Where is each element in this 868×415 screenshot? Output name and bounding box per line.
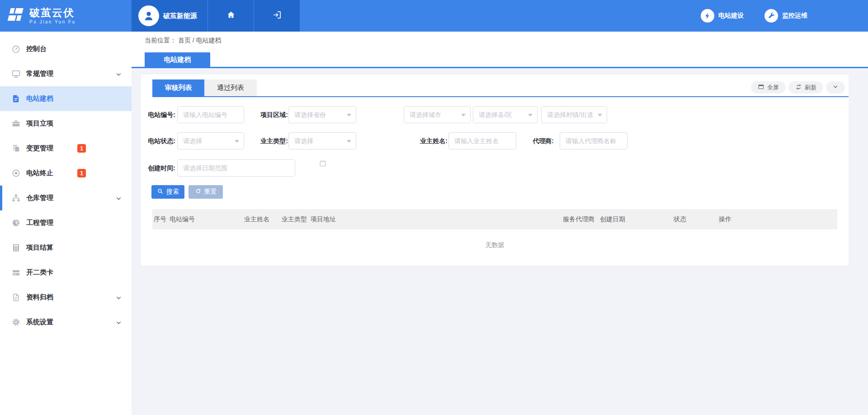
wrench-icon: [764, 9, 778, 23]
sidebar-item-engineering-mgmt[interactable]: 工程管理: [0, 210, 132, 235]
fullscreen-icon: [758, 84, 764, 92]
col-create-date: 创建日期: [600, 209, 625, 229]
gear-icon: [11, 317, 21, 327]
table-empty-state: 无数据: [152, 229, 837, 261]
card-toolbar: 全屏 刷新: [751, 81, 845, 93]
station-status-label: 电站状态:: [141, 132, 175, 149]
province-select[interactable]: 请选择省份: [288, 106, 356, 123]
logout-button[interactable]: [254, 0, 300, 32]
county-select[interactable]: 请选择县/区: [473, 106, 538, 123]
logo: 破茧云伏 Po Jian Yun Fu: [0, 0, 132, 32]
col-actions: 操作: [719, 209, 731, 229]
refresh-icon: [795, 84, 802, 92]
sidebar-item-general-mgmt[interactable]: 常规管理: [0, 61, 132, 86]
login-arrow-icon: [272, 10, 282, 22]
caret-down-icon: [347, 114, 351, 117]
sidebar-item-project-initiation[interactable]: 项目立项: [0, 111, 132, 136]
search-button[interactable]: 搜索: [151, 185, 184, 199]
create-time-label: 创建时间:: [141, 159, 175, 177]
caret-down-icon: [235, 140, 239, 143]
chevron-down-icon: [115, 319, 122, 328]
col-status: 状态: [674, 209, 686, 229]
sidebar: 控制台 常规管理 电站建档 项目立项: [0, 32, 132, 415]
card-icon: [11, 268, 21, 277]
document-icon: [11, 94, 21, 103]
sidebar-item-change-mgmt[interactable]: 变更管理 1: [0, 136, 132, 161]
topbar: 当前位置： 首页 / 电站建档 电站建档: [132, 32, 868, 68]
city-select[interactable]: 请选择城市: [404, 106, 471, 123]
refresh-button[interactable]: 刷新: [788, 81, 823, 93]
sidebar-item-system-settings[interactable]: 系统设置: [0, 310, 132, 335]
breadcrumb-prefix: 当前位置：: [145, 37, 176, 44]
sidebar-item-open-class2-card[interactable]: 开二类卡: [0, 260, 132, 285]
chevron-down-icon: [115, 71, 122, 79]
col-station-no: 电站编号: [170, 209, 195, 229]
sidebar-item-station-termination[interactable]: 电站终止 1: [0, 161, 132, 186]
fullscreen-button[interactable]: 全屏: [751, 81, 786, 93]
search-icon: [157, 188, 164, 196]
caret-down-icon: [598, 114, 602, 117]
agent-input[interactable]: [560, 132, 627, 149]
briefcase-icon: [11, 119, 21, 128]
town-select[interactable]: 请选择村镇/街道: [541, 106, 607, 123]
nav-monitoring-ops[interactable]: 监控运维: [764, 9, 807, 23]
caret-down-icon: [347, 140, 351, 143]
sitemap-icon: [11, 193, 21, 203]
col-agent: 服务代理商: [563, 209, 594, 229]
pie-gauge-icon: [11, 218, 21, 228]
col-owner-type: 业主类型: [282, 209, 307, 229]
page-tab-station-archive[interactable]: 电站建档: [145, 52, 210, 67]
gauge-icon: [11, 44, 21, 54]
app-root: 破茧云伏 Po Jian Yun Fu 破茧新能源: [0, 0, 868, 415]
record-icon: [11, 168, 21, 178]
owner-name-label: 业主姓名:: [411, 132, 448, 149]
badge-count: 1: [77, 169, 86, 177]
avatar: [138, 5, 159, 26]
col-owner-name: 业主姓名: [244, 209, 269, 229]
caret-down-icon: [528, 114, 533, 117]
sidebar-item-dashboard[interactable]: 控制台: [0, 37, 132, 61]
tab-review-list[interactable]: 审核列表: [152, 79, 204, 96]
sidebar-item-warehouse-mgmt[interactable]: 仓库管理: [0, 186, 132, 210]
reset-icon: [195, 188, 202, 196]
collapse-button[interactable]: [826, 81, 845, 93]
monitor-icon: [11, 69, 21, 79]
calculator-icon: [11, 243, 21, 252]
chevron-down-icon: [115, 294, 122, 303]
reset-button[interactable]: 重置: [189, 185, 223, 199]
sidebar-item-project-settlement[interactable]: 项目结算: [0, 235, 132, 260]
date-range-input[interactable]: [177, 159, 295, 177]
owner-type-select[interactable]: 请选择: [288, 132, 356, 149]
col-address: 项目地址: [311, 209, 336, 229]
pages-icon: [11, 144, 21, 153]
logo-mark-icon: [6, 6, 26, 26]
sidebar-item-data-archive[interactable]: 资料归档: [0, 285, 132, 310]
station-no-label: 电站编号:: [141, 106, 175, 123]
home-button[interactable]: [208, 0, 254, 32]
home-icon: [226, 10, 236, 22]
user-menu[interactable]: 破茧新能源: [132, 0, 208, 32]
breadcrumb-path[interactable]: 首页 / 电站建档: [178, 37, 222, 44]
agent-label: 代理商:: [527, 132, 554, 149]
main-area: 当前位置： 首页 / 电站建档 电站建档 审核列表 通过列表 全屏: [132, 32, 868, 415]
logo-subtitle: Po Jian Yun Fu: [29, 19, 76, 24]
file-icon: [11, 293, 21, 302]
sidebar-item-station-archive[interactable]: 电站建档: [0, 86, 132, 111]
content-card: 审核列表 通过列表 全屏 刷新: [141, 75, 849, 266]
station-status-select[interactable]: 请选择: [177, 132, 244, 149]
region-label: 项目区域:: [252, 106, 288, 123]
owner-name-input[interactable]: [448, 132, 516, 149]
tab-passed-list[interactable]: 通过列表: [204, 79, 257, 96]
company-name: 破茧新能源: [163, 12, 197, 20]
nav-station-construction[interactable]: 电站建设: [701, 9, 744, 23]
top-header: 破茧云伏 Po Jian Yun Fu 破茧新能源: [0, 0, 868, 32]
chevron-down-icon: [832, 84, 839, 91]
station-no-input[interactable]: [177, 106, 244, 123]
tab-underline: [152, 96, 849, 97]
owner-type-label: 业主类型:: [252, 132, 288, 149]
lightning-icon: [701, 9, 714, 23]
table-header: 序号 电站编号 业主姓名 业主类型 项目地址 服务代理商 创建日期 状态 操作: [152, 209, 837, 229]
badge-count: 1: [77, 144, 86, 153]
header-right-nav: 电站建设 监控运维: [701, 0, 807, 32]
logo-title: 破茧云伏: [29, 7, 76, 19]
